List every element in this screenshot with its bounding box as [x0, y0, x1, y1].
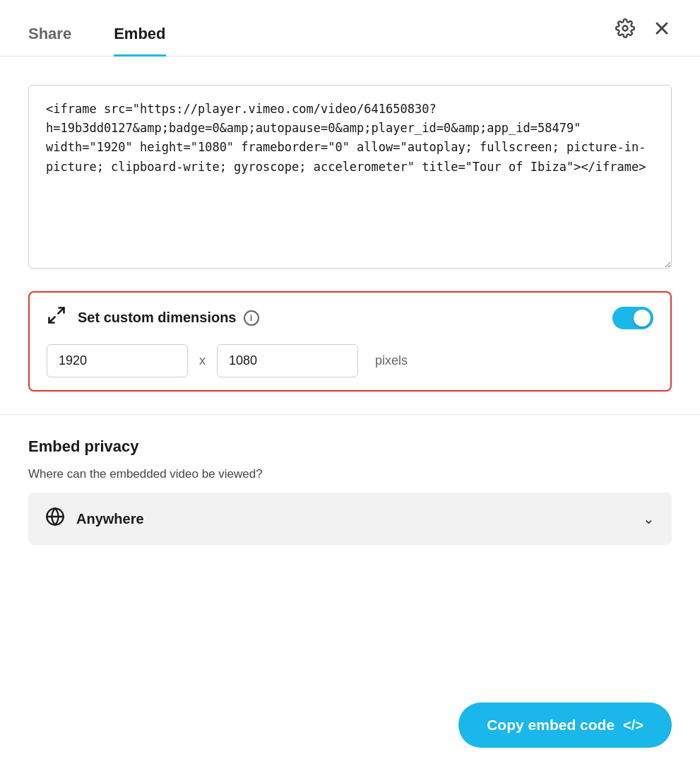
dimensions-inputs: x pixels — [47, 344, 653, 377]
embed-privacy-description: Where can the embedded video be viewed? — [28, 467, 672, 481]
section-divider — [0, 414, 700, 415]
dimensions-toggle-row: Set custom dimensions i — [47, 305, 653, 330]
modal-content: Set custom dimensions i x pixels Embed p… — [0, 57, 700, 686]
svg-point-0 — [623, 25, 628, 30]
header-actions — [615, 18, 672, 38]
copy-button-label: Copy embed code — [487, 717, 615, 734]
gear-icon — [615, 18, 635, 38]
copy-embed-code-button[interactable]: Copy embed code </> — [458, 702, 672, 748]
dimensions-toggle[interactable] — [612, 307, 653, 329]
tab-bar: Share Embed — [28, 0, 166, 56]
chevron-down-icon: ⌄ — [643, 510, 655, 527]
embed-code-textarea[interactable] — [28, 85, 672, 269]
privacy-dropdown[interactable]: Anywhere ⌄ — [28, 493, 672, 545]
settings-button[interactable] — [615, 18, 635, 38]
width-input[interactable] — [47, 344, 188, 377]
dimensions-unit: pixels — [375, 353, 408, 368]
tab-embed[interactable]: Embed — [114, 25, 165, 57]
modal-footer: Copy embed code </> — [0, 686, 700, 776]
close-button[interactable] — [652, 18, 672, 38]
tab-share[interactable]: Share — [28, 25, 71, 57]
modal-container: Share Embed — [0, 0, 700, 776]
modal-header: Share Embed — [0, 0, 700, 57]
custom-dimensions-label: Set custom dimensions i — [78, 310, 601, 326]
close-icon — [652, 18, 672, 38]
info-icon[interactable]: i — [244, 310, 259, 326]
height-input[interactable] — [217, 344, 358, 377]
embed-privacy-section: Embed privacy Where can the embedded vid… — [28, 437, 672, 545]
code-tag-icon: </> — [623, 717, 643, 734]
dimensions-separator: x — [199, 353, 206, 368]
embed-privacy-title: Embed privacy — [28, 437, 672, 456]
globe-icon — [45, 507, 65, 531]
resize-icon — [47, 305, 66, 330]
privacy-selected-value: Anywhere — [76, 511, 631, 527]
custom-dimensions-section: Set custom dimensions i x pixels — [28, 291, 672, 392]
toggle-slider — [612, 307, 653, 329]
